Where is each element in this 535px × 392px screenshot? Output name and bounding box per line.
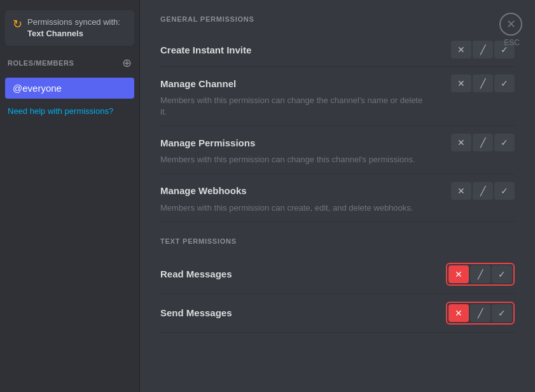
toggle-group-manage-permissions: ✕ ╱ ✓	[451, 134, 515, 151]
allow-button[interactable]: ✓	[494, 182, 515, 200]
synced-banner: ↻ Permissions synced with: Text Channels	[5, 10, 134, 46]
help-link[interactable]: Need help with permissions?	[5, 106, 134, 116]
neutral-button[interactable]: ╱	[473, 134, 493, 151]
neutral-button[interactable]: ╱	[473, 182, 493, 200]
synced-text: Permissions synced with: Text Channels	[27, 17, 120, 39]
sync-icon: ↻	[13, 17, 22, 31]
permission-name: Manage Webhooks	[160, 185, 247, 196]
permission-name: Send Messages	[160, 307, 232, 318]
permission-row-read-messages: Read Messages ✕ ╱ ✓	[160, 255, 515, 294]
deny-button[interactable]: ✕	[451, 74, 471, 92]
allow-button[interactable]: ✓	[494, 74, 515, 92]
toggle-group-read-messages: ✕ ╱ ✓	[446, 263, 515, 286]
permission-row-send-messages: Send Messages ✕ ╱ ✓	[160, 294, 515, 333]
row-top: Manage Channel ✕ ╱ ✓	[160, 74, 515, 92]
permission-name: Manage Permissions	[160, 137, 255, 148]
sidebar: ↻ Permissions synced with: Text Channels…	[0, 0, 140, 392]
permission-desc: Members with this permission can create,…	[160, 202, 413, 214]
permission-name: Manage Channel	[160, 78, 236, 89]
synced-line1: Permissions synced with:	[27, 17, 120, 27]
general-section-title: GENERAL PERMISSIONS	[160, 15, 515, 23]
deny-button[interactable]: ✕	[448, 304, 469, 322]
deny-button[interactable]: ✕	[448, 265, 469, 283]
deny-button[interactable]: ✕	[451, 182, 471, 200]
allow-button[interactable]: ✓	[492, 265, 512, 283]
permission-desc: Members with this permission can change …	[160, 154, 415, 165]
deny-button[interactable]: ✕	[451, 41, 471, 59]
close-icon: ✕	[506, 17, 516, 31]
neutral-button[interactable]: ╱	[473, 41, 493, 59]
toggle-group-manage-webhooks: ✕ ╱ ✓	[451, 182, 515, 200]
row-top: Manage Webhooks ✕ ╱ ✓	[160, 182, 515, 200]
neutral-button[interactable]: ╱	[473, 74, 493, 92]
toggle-group-send-messages: ✕ ╱ ✓	[446, 302, 515, 325]
permission-row-manage-webhooks: Manage Webhooks ✕ ╱ ✓ Members with this …	[160, 174, 515, 222]
close-button[interactable]: ✕	[499, 13, 522, 36]
roles-label: ROLES/MEMBERS	[8, 59, 74, 67]
toggle-group-manage-channel: ✕ ╱ ✓	[451, 74, 515, 92]
allow-button[interactable]: ✓	[494, 134, 515, 151]
neutral-button[interactable]: ╱	[470, 304, 490, 322]
add-role-button[interactable]: ⊕	[122, 56, 132, 70]
permission-name: Create Instant Invite	[160, 45, 251, 55]
deny-button[interactable]: ✕	[451, 134, 471, 151]
allow-button[interactable]: ✓	[492, 304, 512, 322]
role-everyone[interactable]: @everyone	[5, 78, 134, 99]
main-content: ✕ ESC GENERAL PERMISSIONS Create Instant…	[140, 0, 535, 392]
synced-line2: Text Channels	[27, 29, 83, 38]
permission-desc: Members with this permission can change …	[160, 95, 427, 118]
permission-name: Read Messages	[160, 269, 232, 279]
esc-label: ESC	[504, 38, 520, 47]
text-section-title: TEXT PERMISSIONS	[160, 237, 515, 245]
row-top: Manage Permissions ✕ ╱ ✓	[160, 134, 515, 151]
permission-row-manage-channel: Manage Channel ✕ ╱ ✓ Members with this p…	[160, 67, 515, 126]
neutral-button[interactable]: ╱	[470, 265, 490, 283]
roles-header: ROLES/MEMBERS ⊕	[5, 56, 134, 70]
permission-row-create-instant-invite: Create Instant Invite ✕ ╱ ✓	[160, 33, 515, 67]
permission-row-manage-permissions: Manage Permissions ✕ ╱ ✓ Members with th…	[160, 126, 515, 174]
